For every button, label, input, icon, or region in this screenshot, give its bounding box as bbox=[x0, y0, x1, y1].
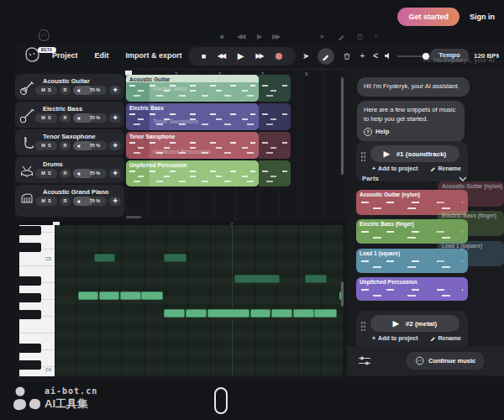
mute-solo-buttons[interactable]: M S bbox=[35, 169, 57, 178]
snippet-1-play-button[interactable]: ▶ #1 (soundtrack) bbox=[370, 145, 459, 162]
track-options-icon[interactable]: ✚ bbox=[109, 113, 121, 123]
drag-handle-icon[interactable] bbox=[360, 151, 365, 161]
stop-button[interactable]: ■ bbox=[202, 53, 204, 60]
trash-icon[interactable] bbox=[343, 52, 351, 60]
midi-note[interactable] bbox=[207, 309, 249, 318]
drag-handle-icon[interactable] bbox=[360, 321, 365, 331]
record-arm-button[interactable]: R bbox=[60, 86, 71, 95]
part-unpitched-percussion[interactable]: Unpitched Percussion bbox=[356, 277, 468, 301]
midi-note[interactable] bbox=[271, 309, 292, 318]
ghost-clip bbox=[259, 160, 291, 186]
midi-note[interactable] bbox=[164, 254, 186, 262]
black-key[interactable] bbox=[19, 226, 41, 235]
record-button[interactable] bbox=[276, 53, 282, 60]
black-key[interactable] bbox=[19, 293, 41, 302]
track-options-icon[interactable]: ✚ bbox=[109, 169, 121, 178]
snippet-2-play-button[interactable]: ▶ #2 (metal) bbox=[370, 315, 459, 332]
snap-icon[interactable]: < bbox=[373, 52, 378, 60]
track-volume-slider[interactable]: 75 % bbox=[73, 197, 107, 206]
arrangement-timeline[interactable]: 3579Acoustic GuitarElectric BassTenor Sa… bbox=[126, 69, 346, 222]
track-volume-slider[interactable]: 75 % bbox=[73, 86, 107, 95]
piano-keyboard[interactable]: C5C4 bbox=[19, 225, 55, 376]
ghost-pencil-icon bbox=[338, 33, 345, 40]
midi-note[interactable] bbox=[78, 291, 98, 300]
track-volume-slider[interactable]: 75 % bbox=[73, 169, 107, 178]
midi-note[interactable] bbox=[234, 275, 280, 283]
add-track-icon[interactable]: + bbox=[360, 52, 365, 60]
rewind-button[interactable]: ◀◀ bbox=[218, 53, 224, 60]
sign-in-button[interactable]: Sign in bbox=[470, 13, 495, 21]
track-acoustic-grand-piano[interactable]: Acoustic Grand PianoM SR75 %✚ bbox=[15, 185, 124, 217]
play-button[interactable]: ▶ bbox=[238, 52, 243, 60]
midi-note[interactable] bbox=[99, 291, 119, 300]
piano-roll-grid[interactable] bbox=[55, 225, 343, 376]
track-tenor-saxophone[interactable]: Tenor SaxophoneM SR75 %✚ bbox=[15, 129, 124, 155]
arrangement-vertical-scrollbar[interactable] bbox=[341, 77, 344, 175]
record-arm-button[interactable]: R bbox=[60, 141, 71, 150]
help-link[interactable]: ?Help bbox=[364, 128, 458, 137]
ghost-forward-icon: ▶▶ bbox=[272, 33, 279, 40]
electric-bass-icon bbox=[19, 107, 34, 123]
record-arm-button[interactable]: R bbox=[60, 113, 71, 123]
rename-button[interactable]: Rename bbox=[430, 165, 461, 171]
black-key[interactable] bbox=[19, 276, 41, 286]
key-label: C5 bbox=[45, 256, 51, 261]
part-label: Lead 1 (square) bbox=[360, 250, 400, 256]
midi-note[interactable] bbox=[186, 309, 207, 318]
midi-note[interactable] bbox=[250, 309, 270, 318]
midi-note[interactable] bbox=[141, 291, 163, 300]
menu-import-export[interactable]: Import & export bbox=[126, 51, 182, 60]
fast-forward-button[interactable]: ▶▶ bbox=[255, 53, 262, 60]
midi-note[interactable] bbox=[314, 309, 337, 318]
rename-pencil-icon bbox=[430, 165, 436, 171]
continue-music-button[interactable]: Continue music bbox=[407, 352, 484, 370]
arrangement-horizontal-scrollbar[interactable] bbox=[126, 216, 141, 218]
add-to-project-button[interactable]: + Add to project bbox=[372, 165, 418, 171]
record-arm-button[interactable]: R bbox=[60, 197, 71, 206]
record-arm-button[interactable]: R bbox=[60, 169, 71, 178]
cursor-tool-icon[interactable]: ➤ bbox=[302, 52, 309, 60]
midi-note[interactable] bbox=[305, 275, 327, 283]
track-options-icon[interactable]: ✚ bbox=[109, 197, 121, 206]
track-electric-bass[interactable]: Electric BassM SR75 %✚ bbox=[15, 102, 124, 128]
track-options-icon[interactable]: ✚ bbox=[109, 141, 121, 150]
mute-solo-buttons[interactable]: M S bbox=[35, 197, 57, 206]
add-to-project-button[interactable]: + Add to project bbox=[372, 335, 418, 341]
menu-project[interactable]: Project bbox=[52, 51, 78, 60]
clip-acoustic-guitar[interactable]: Acoustic Guitar bbox=[126, 75, 259, 102]
help-label: Help bbox=[375, 128, 389, 137]
get-started-button[interactable]: Get started bbox=[397, 8, 459, 26]
track-name: Tenor Saxophone bbox=[43, 133, 96, 140]
track-name: Acoustic Guitar bbox=[43, 77, 90, 85]
mute-solo-buttons[interactable]: M S bbox=[35, 86, 57, 95]
clip-unpitched-percussion[interactable]: Unpitched Percussion bbox=[126, 160, 259, 186]
midi-note[interactable] bbox=[120, 291, 141, 300]
part-label: Unpitched Percussion bbox=[360, 279, 417, 285]
settings-sliders-icon[interactable] bbox=[358, 355, 371, 366]
key-separator bbox=[19, 265, 55, 266]
rename-button[interactable]: Rename bbox=[430, 335, 461, 341]
midi-note[interactable] bbox=[164, 309, 185, 318]
ghost-clip-label: Tenor Saxophone bbox=[153, 118, 198, 124]
ghost-clip bbox=[259, 75, 291, 102]
midi-note[interactable] bbox=[293, 309, 314, 318]
midi-note[interactable] bbox=[94, 254, 115, 262]
clip-electric-bass[interactable]: Electric Bass bbox=[126, 103, 259, 130]
speaker-icon[interactable] bbox=[385, 52, 392, 60]
track-options-icon[interactable]: ✚ bbox=[109, 86, 121, 95]
black-key[interactable] bbox=[19, 360, 41, 370]
track-volume-slider[interactable]: 75 % bbox=[73, 141, 107, 150]
menu-edit[interactable]: Edit bbox=[95, 51, 109, 60]
track-acoustic-guitar[interactable]: Acoustic GuitarM SR75 %✚ bbox=[15, 74, 124, 100]
track-drums[interactable]: DrumsM SR75 %✚ bbox=[15, 157, 124, 183]
mute-solo-buttons[interactable]: M S bbox=[35, 141, 57, 150]
piano-roll-scrollbar[interactable] bbox=[341, 281, 344, 307]
clip-tenor-saxophone[interactable]: Tenor Saxophone bbox=[126, 132, 259, 159]
pencil-tool-button[interactable] bbox=[318, 48, 334, 65]
black-key[interactable] bbox=[19, 243, 41, 252]
black-key[interactable] bbox=[19, 310, 41, 319]
key-label: C4 bbox=[45, 367, 51, 372]
mute-solo-buttons[interactable]: M S bbox=[35, 113, 57, 123]
black-key[interactable] bbox=[19, 344, 41, 353]
track-volume-slider[interactable]: 75 % bbox=[73, 113, 107, 123]
